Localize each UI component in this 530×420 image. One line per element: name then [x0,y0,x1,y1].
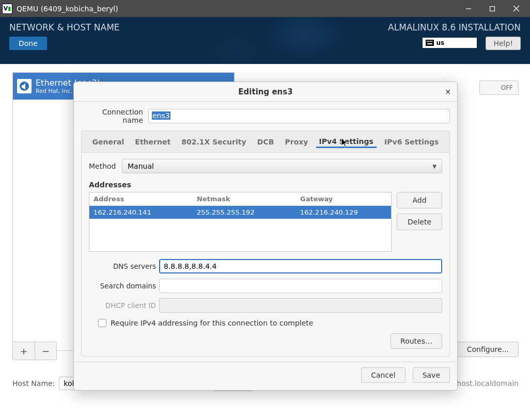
svg-rect-1 [490,6,495,11]
edit-connection-dialog: Editing ens3 ✕ Connection name ens3 Gene… [73,82,458,391]
tab-proxy[interactable]: Proxy [282,136,311,148]
anaconda-header: NETWORK & HOST NAME ALMALINUX 8.6 INSTAL… [0,17,530,64]
cell-gateway: 162.216.240.129 [296,206,391,219]
svg-rect-9 [427,43,432,44]
dhcp-client-id-input [159,298,442,313]
done-button[interactable]: Done [9,37,47,50]
dialog-title: Editing ens3 [238,87,292,96]
ipv4-panel: Method Manual ▼ Addresses Address Netmas… [81,153,450,357]
keyboard-layout-indicator[interactable]: us [423,38,477,48]
window-title: QEMU (6409_kobicha_beryl) [17,5,457,13]
tab-ipv4[interactable]: IPv4 Settings [316,135,377,148]
addresses-header-row: Address Netmask Gateway [89,192,391,206]
tab-security[interactable]: 802.1X Security [178,136,249,148]
connection-name-input[interactable] [148,109,450,123]
delete-address-button[interactable]: Delete [397,214,442,230]
svg-rect-6 [428,41,429,42]
dialog-close-button[interactable]: ✕ [445,88,451,96]
ethernet-icon [17,79,32,93]
chevron-down-icon: ▼ [432,164,437,169]
dns-servers-label: DNS servers [89,262,156,270]
add-interface-button[interactable]: + [13,342,35,360]
help-button[interactable]: Help! [486,37,521,50]
section-title: NETWORK & HOST NAME [9,22,120,33]
require-ipv4-checkbox[interactable] [98,319,106,327]
interface-add-remove: + − [12,342,57,360]
search-domains-label: Search domains [89,282,156,290]
cell-address: 162.216.240.141 [89,206,193,219]
svg-rect-8 [431,41,432,42]
require-ipv4-label: Require IPv4 addressing for this connect… [111,319,313,327]
cancel-button[interactable]: Cancel [361,367,405,383]
method-value: Manual [128,162,154,170]
hostname-label: Host Name: [12,379,55,387]
maximize-button[interactable] [480,1,504,17]
svg-rect-5 [427,41,428,42]
method-label: Method [89,162,116,170]
installer-title: ALMALINUX 8.6 INSTALLATION [388,22,521,33]
remove-interface-button[interactable]: − [35,342,56,360]
addresses-table[interactable]: Address Netmask Gateway 162.216.240.141 … [89,192,392,252]
routes-button[interactable]: Routes… [391,333,442,349]
add-address-button[interactable]: Add [397,192,442,208]
vnc-icon: V▮ [2,4,12,14]
require-ipv4-row[interactable]: Require IPv4 addressing for this connect… [98,319,442,327]
table-row[interactable]: 162.216.240.141 255.255.255.192 162.216.… [89,206,391,219]
connection-toggle[interactable]: OFF [479,80,519,95]
connection-name-label: Connection name [81,108,143,124]
window-titlebar: V▮ QEMU (6409_kobicha_beryl) [0,0,530,17]
tab-dcb[interactable]: DCB [254,136,277,148]
tab-general[interactable]: General [89,136,128,148]
connection-toggle-label: OFF [501,84,513,91]
keyboard-icon [426,40,434,46]
close-window-button[interactable] [504,1,528,17]
dialog-header: Editing ens3 ✕ [74,82,457,102]
tab-ipv6[interactable]: IPv6 Settings [381,136,442,148]
configure-button[interactable]: Configure... [457,342,519,357]
dhcp-client-id-label: DHCP client ID [89,301,156,310]
addresses-heading: Addresses [89,181,442,189]
svg-rect-7 [430,41,431,42]
dns-servers-input[interactable] [159,259,442,273]
dialog-footer: Cancel Save [74,362,457,390]
col-address: Address [89,192,193,205]
cell-netmask: 255.255.255.192 [193,206,296,219]
keyboard-layout-text: us [436,39,444,46]
dialog-tabs: General Ethernet 802.1X Security DCB Pro… [81,131,450,153]
col-gateway: Gateway [296,192,391,205]
minimize-button[interactable] [457,1,480,17]
col-netmask: Netmask [193,192,296,205]
tab-ethernet[interactable]: Ethernet [132,136,174,148]
method-select[interactable]: Manual ▼ [122,159,442,173]
search-domains-input[interactable] [159,279,442,293]
save-button[interactable]: Save [413,367,450,383]
